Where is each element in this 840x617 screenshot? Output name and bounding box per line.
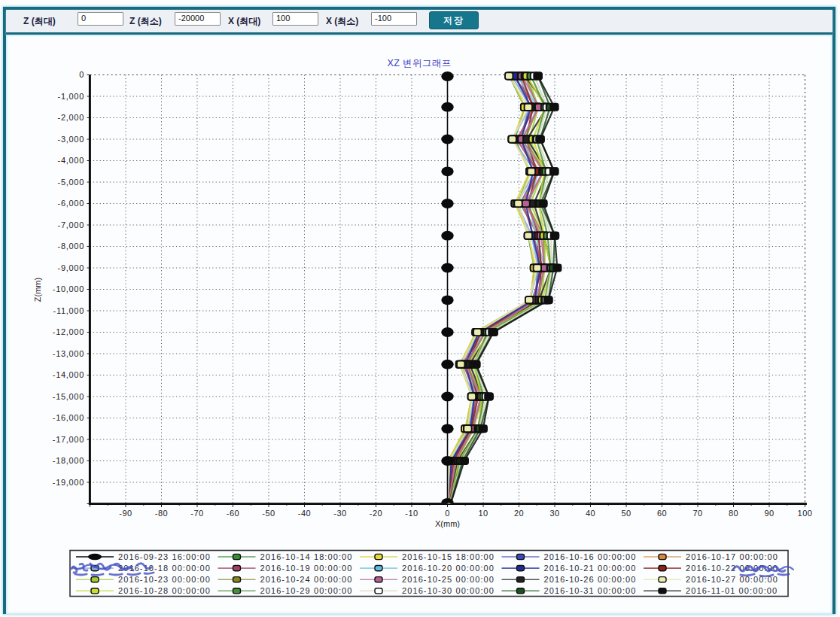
- svg-text:2016-10-29 00:00:00: 2016-10-29 00:00:00: [260, 586, 353, 595]
- svg-text:70: 70: [692, 509, 702, 518]
- svg-text:2016-10-25 00:00:00: 2016-10-25 00:00:00: [402, 575, 495, 584]
- svg-text:-15,000: -15,000: [53, 392, 84, 401]
- svg-text:-6,000: -6,000: [58, 199, 84, 208]
- svg-text:-1,000: -1,000: [58, 92, 84, 101]
- svg-text:2016-10-17 00:00:00: 2016-10-17 00:00:00: [686, 552, 778, 561]
- svg-text:2016-10-19 00:00:00: 2016-10-19 00:00:00: [260, 564, 353, 573]
- svg-text:2016-10-26 00:00:00: 2016-10-26 00:00:00: [544, 575, 637, 584]
- svg-text:X(mm): X(mm): [435, 519, 460, 528]
- svg-text:-7,000: -7,000: [58, 220, 84, 229]
- svg-text:-60: -60: [227, 509, 239, 518]
- svg-text:2016-10-23 00:00:00: 2016-10-23 00:00:00: [118, 575, 211, 584]
- svg-text:40: 40: [586, 509, 595, 518]
- svg-text:2016-10-21 00:00:00: 2016-10-21 00:00:00: [544, 564, 637, 573]
- svg-text:100: 100: [798, 509, 813, 518]
- svg-text:10: 10: [478, 509, 488, 518]
- svg-text:-50: -50: [262, 509, 275, 518]
- svg-text:2016-10-30 00:00:00: 2016-10-30 00:00:00: [402, 586, 495, 595]
- svg-text:-19,000: -19,000: [53, 478, 84, 487]
- svg-text:-12,000: -12,000: [53, 327, 84, 336]
- svg-text:2016-09-23 16:00:00: 2016-09-23 16:00:00: [118, 552, 211, 561]
- svg-text:-13,000: -13,000: [53, 349, 84, 358]
- svg-text:20: 20: [514, 509, 524, 518]
- svg-text:-70: -70: [190, 509, 203, 518]
- svg-text:2016-10-31 00:00:00: 2016-10-31 00:00:00: [544, 586, 637, 595]
- svg-text:0: 0: [79, 70, 84, 79]
- svg-text:-9,000: -9,000: [58, 263, 84, 272]
- svg-text:XZ 변위그래프: XZ 변위그래프: [387, 58, 451, 68]
- svg-text:-8,000: -8,000: [58, 242, 84, 251]
- svg-text:-10,000: -10,000: [53, 284, 84, 293]
- svg-text:60: 60: [657, 509, 667, 518]
- svg-text:-10: -10: [405, 509, 418, 518]
- svg-text:-11,000: -11,000: [53, 306, 84, 315]
- svg-text:Z(mm): Z(mm): [33, 278, 42, 302]
- svg-text:-18,000: -18,000: [53, 456, 84, 465]
- svg-text:0: 0: [445, 509, 450, 518]
- svg-text:2016-10-14 18:00:00: 2016-10-14 18:00:00: [260, 552, 353, 561]
- svg-text:-90: -90: [119, 509, 132, 518]
- svg-text:2016-10-24 00:00:00: 2016-10-24 00:00:00: [260, 575, 353, 584]
- svg-text:-2,000: -2,000: [58, 113, 84, 122]
- svg-text:-17,000: -17,000: [53, 435, 84, 444]
- svg-text:80: 80: [729, 509, 738, 518]
- svg-text:-80: -80: [155, 509, 168, 518]
- svg-text:2016-11-01 00:00:00: 2016-11-01 00:00:00: [686, 586, 778, 595]
- svg-text:-20: -20: [370, 509, 382, 518]
- svg-text:2016-10-20 00:00:00: 2016-10-20 00:00:00: [402, 564, 495, 573]
- svg-text:-30: -30: [333, 509, 346, 518]
- svg-text:2016-10-16 00:00:00: 2016-10-16 00:00:00: [544, 552, 637, 561]
- svg-text:-3,000: -3,000: [58, 135, 84, 144]
- svg-text:-16,000: -16,000: [53, 413, 84, 422]
- svg-text:30: 30: [549, 509, 559, 518]
- svg-text:-40: -40: [298, 509, 311, 518]
- svg-text:50: 50: [621, 509, 631, 518]
- svg-text:2016-10-28 00:00:00: 2016-10-28 00:00:00: [118, 586, 211, 595]
- svg-text:-14,000: -14,000: [53, 370, 84, 379]
- svg-text:-4,000: -4,000: [58, 156, 84, 165]
- svg-text:90: 90: [764, 509, 774, 518]
- svg-text:-5,000: -5,000: [58, 178, 84, 187]
- svg-text:2016-10-15 18:00:00: 2016-10-15 18:00:00: [402, 552, 495, 561]
